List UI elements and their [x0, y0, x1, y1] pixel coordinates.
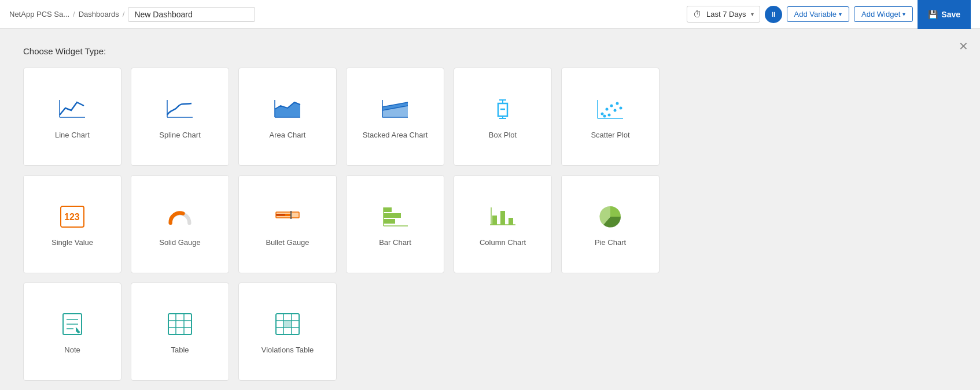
box-plot-icon [488, 95, 517, 124]
widget-grid: Line Chart Spline Chart [23, 68, 957, 381]
widget-violations-table[interactable]: Violations Table [238, 283, 337, 381]
single-value-icon: 123 [58, 202, 87, 231]
svg-rect-38 [492, 216, 497, 225]
line-chart-icon [58, 95, 87, 124]
scatter-plot-icon [596, 95, 625, 124]
choose-widget-title: Choose Widget Type: [23, 46, 957, 56]
save-icon: 💾 [928, 10, 938, 19]
widget-note[interactable]: Note [23, 283, 121, 381]
solid-gauge-label: Solid Gauge [159, 238, 201, 247]
box-plot-label: Box Plot [489, 131, 517, 139]
dashboards-link[interactable]: Dashboards [79, 10, 119, 18]
svg-rect-31 [276, 214, 285, 216]
svg-rect-33 [384, 219, 395, 224]
pie-chart-label: Pie Chart [595, 238, 626, 247]
svg-rect-35 [384, 207, 392, 212]
time-chevron-icon: ▾ [751, 11, 754, 17]
area-chart-icon [273, 95, 302, 124]
note-label: Note [64, 346, 80, 354]
svg-point-21 [614, 109, 617, 112]
spline-chart-icon [165, 95, 194, 124]
sep2: / [123, 10, 125, 18]
time-label: Last 7 Days [706, 10, 746, 18]
svg-text:123: 123 [64, 212, 80, 222]
pause-button[interactable]: ⏸ [765, 6, 782, 23]
bar-chart-icon [381, 202, 410, 231]
save-label: Save [941, 10, 960, 19]
add-variable-button[interactable]: Add Variable ▾ [787, 6, 849, 22]
stacked-area-chart-label: Stacked Area Chart [363, 131, 428, 139]
pie-chart-icon [596, 202, 625, 231]
widget-table[interactable]: Table [131, 283, 229, 381]
widget-line-chart[interactable]: Line Chart [23, 68, 121, 166]
bullet-gauge-label: Bullet Gauge [266, 238, 309, 247]
svg-point-23 [620, 106, 622, 109]
widget-single-value[interactable]: 123 Single Value [23, 175, 121, 273]
widget-row-3: Note Table [23, 283, 957, 381]
clock-icon: ⏱ [693, 9, 702, 19]
svg-point-20 [610, 104, 613, 107]
svg-point-18 [606, 107, 609, 110]
violations-table-label: Violations Table [261, 346, 314, 354]
header-right: ⏱ Last 7 Days ▾ ⏸ Add Variable ▾ Add Wid… [687, 0, 971, 29]
widget-bar-chart[interactable]: Bar Chart [346, 175, 444, 273]
dashboard-name-input[interactable] [128, 7, 255, 22]
violations-table-icon [273, 310, 302, 339]
add-widget-button[interactable]: Add Widget ▾ [854, 6, 913, 22]
widget-solid-gauge[interactable]: Solid Gauge [131, 175, 229, 273]
widget-stacked-area-chart[interactable]: Stacked Area Chart [346, 68, 444, 166]
header: NetApp PCS Sa... / Dashboards / ⏱ Last 7… [0, 0, 980, 29]
svg-point-24 [608, 113, 611, 116]
add-variable-chevron-icon: ▾ [839, 11, 842, 17]
content: ✕ Choose Widget Type: Line Chart [0, 29, 980, 390]
add-variable-label: Add Variable [794, 10, 837, 18]
close-button[interactable]: ✕ [959, 40, 968, 52]
table-label: Table [171, 346, 189, 354]
widget-pie-chart[interactable]: Pie Chart [561, 175, 660, 273]
save-button[interactable]: 💾 Save [918, 0, 971, 29]
spline-chart-label: Spline Chart [159, 131, 201, 139]
widget-row-1: Line Chart Spline Chart [23, 68, 957, 166]
bar-chart-label: Bar Chart [379, 238, 411, 247]
bullet-gauge-icon [273, 202, 302, 231]
single-value-label: Single Value [51, 238, 93, 247]
stacked-area-chart-icon [381, 95, 410, 124]
sep1: / [73, 10, 75, 18]
add-widget-label: Add Widget [861, 10, 900, 18]
widget-spline-chart[interactable]: Spline Chart [131, 68, 229, 166]
column-chart-icon [488, 202, 517, 231]
widget-area-chart[interactable]: Area Chart [238, 68, 337, 166]
widget-bullet-gauge[interactable]: Bullet Gauge [238, 175, 337, 273]
table-icon [165, 310, 194, 339]
svg-rect-39 [500, 211, 505, 225]
svg-rect-49 [168, 314, 191, 335]
time-selector[interactable]: ⏱ Last 7 Days ▾ [687, 6, 760, 23]
svg-rect-59 [284, 321, 291, 327]
widget-scatter-plot[interactable]: Scatter Plot [561, 68, 660, 166]
svg-rect-34 [384, 213, 401, 218]
breadcrumb: NetApp PCS Sa... / Dashboards / [9, 7, 255, 22]
widget-row-2: 123 Single Value Solid Gauge [23, 175, 957, 273]
app-name: NetApp PCS Sa... [9, 10, 69, 18]
svg-rect-40 [509, 218, 513, 225]
note-icon [58, 310, 87, 339]
column-chart-label: Column Chart [480, 238, 526, 247]
svg-point-17 [601, 112, 604, 115]
area-chart-label: Area Chart [270, 131, 306, 139]
svg-point-22 [616, 102, 619, 105]
svg-point-19 [603, 114, 606, 117]
pause-icon: ⏸ [770, 10, 777, 18]
line-chart-label: Line Chart [55, 131, 90, 139]
widget-box-plot[interactable]: Box Plot [454, 68, 552, 166]
scatter-plot-label: Scatter Plot [591, 131, 629, 139]
add-widget-chevron-icon: ▾ [902, 11, 905, 17]
svg-marker-4 [275, 102, 300, 117]
widget-column-chart[interactable]: Column Chart [454, 175, 552, 273]
solid-gauge-icon [165, 202, 194, 231]
